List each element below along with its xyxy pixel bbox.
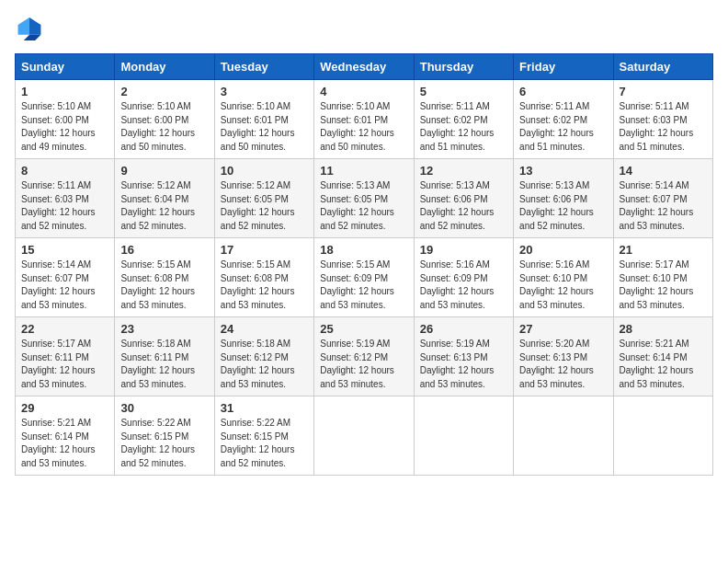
calendar-header-sunday: Sunday: [16, 54, 115, 80]
day-number: 14: [620, 164, 707, 178]
calendar-week-5: 29 Sunrise: 5:21 AMSunset: 6:14 PMDaylig…: [16, 396, 713, 476]
calendar-header-wednesday: Wednesday: [314, 54, 414, 80]
day-info: Sunrise: 5:15 AMSunset: 6:09 PMDaylight:…: [320, 259, 394, 310]
calendar-cell: 24 Sunrise: 5:18 AMSunset: 6:12 PMDaylig…: [214, 317, 313, 396]
day-info: Sunrise: 5:17 AMSunset: 6:11 PMDaylight:…: [21, 339, 96, 389]
day-number: 11: [320, 164, 407, 178]
calendar-cell: 17 Sunrise: 5:15 AMSunset: 6:08 PMDaylig…: [214, 238, 313, 317]
day-info: Sunrise: 5:18 AMSunset: 6:12 PMDaylight:…: [221, 339, 295, 389]
calendar-cell: 12 Sunrise: 5:13 AMSunset: 6:06 PMDaylig…: [414, 159, 513, 238]
day-number: 27: [519, 322, 607, 336]
day-number: 8: [21, 164, 108, 178]
day-info: Sunrise: 5:11 AMSunset: 6:03 PMDaylight:…: [620, 101, 694, 152]
calendar-cell: 3 Sunrise: 5:10 AMSunset: 6:01 PMDayligh…: [214, 80, 313, 159]
day-info: Sunrise: 5:12 AMSunset: 6:05 PMDaylight:…: [221, 180, 295, 231]
page-header: [15, 15, 713, 44]
day-info: Sunrise: 5:10 AMSunset: 6:00 PMDaylight:…: [120, 101, 195, 152]
day-number: 18: [320, 243, 407, 257]
day-number: 15: [21, 243, 108, 257]
day-number: 9: [120, 164, 208, 178]
svg-marker-2: [24, 35, 41, 40]
day-info: Sunrise: 5:19 AMSunset: 6:13 PMDaylight:…: [420, 339, 495, 389]
calendar-cell: 5 Sunrise: 5:11 AMSunset: 6:02 PMDayligh…: [414, 80, 513, 159]
calendar-cell: 28 Sunrise: 5:21 AMSunset: 6:14 PMDaylig…: [613, 317, 712, 396]
calendar-cell: 1 Sunrise: 5:10 AMSunset: 6:00 PMDayligh…: [16, 80, 115, 159]
calendar-cell: 8 Sunrise: 5:11 AMSunset: 6:03 PMDayligh…: [16, 159, 115, 238]
logo: [15, 15, 42, 44]
calendar-cell: 18 Sunrise: 5:15 AMSunset: 6:09 PMDaylig…: [314, 238, 414, 317]
calendar-header-thursday: Thursday: [414, 54, 513, 80]
day-info: Sunrise: 5:16 AMSunset: 6:09 PMDaylight:…: [420, 259, 495, 310]
calendar-cell: 7 Sunrise: 5:11 AMSunset: 6:03 PMDayligh…: [613, 80, 712, 159]
calendar-cell: 30 Sunrise: 5:22 AMSunset: 6:15 PMDaylig…: [115, 396, 214, 476]
day-info: Sunrise: 5:21 AMSunset: 6:14 PMDaylight:…: [21, 418, 96, 468]
calendar-week-1: 1 Sunrise: 5:10 AMSunset: 6:00 PMDayligh…: [16, 80, 713, 159]
day-info: Sunrise: 5:14 AMSunset: 6:07 PMDaylight:…: [21, 259, 96, 310]
day-number: 19: [420, 243, 507, 257]
day-number: 6: [519, 85, 607, 98]
svg-marker-1: [18, 17, 29, 35]
day-info: Sunrise: 5:22 AMSunset: 6:15 PMDaylight:…: [221, 418, 295, 468]
calendar-cell: 6 Sunrise: 5:11 AMSunset: 6:02 PMDayligh…: [514, 80, 613, 159]
day-info: Sunrise: 5:17 AMSunset: 6:10 PMDaylight:…: [620, 259, 694, 310]
calendar-cell: [514, 396, 613, 476]
calendar-header-tuesday: Tuesday: [214, 54, 313, 80]
day-number: 17: [221, 243, 308, 257]
day-number: 13: [519, 164, 607, 178]
calendar-cell: 14 Sunrise: 5:14 AMSunset: 6:07 PMDaylig…: [613, 159, 712, 238]
calendar-header-row: SundayMondayTuesdayWednesdayThursdayFrid…: [16, 54, 713, 80]
calendar-header-saturday: Saturday: [613, 54, 712, 80]
day-info: Sunrise: 5:12 AMSunset: 6:04 PMDaylight:…: [120, 180, 195, 231]
calendar-cell: [314, 396, 414, 476]
day-info: Sunrise: 5:10 AMSunset: 6:01 PMDaylight:…: [320, 101, 394, 152]
calendar-header-friday: Friday: [514, 54, 613, 80]
calendar-week-4: 22 Sunrise: 5:17 AMSunset: 6:11 PMDaylig…: [16, 317, 713, 396]
day-info: Sunrise: 5:15 AMSunset: 6:08 PMDaylight:…: [221, 259, 295, 310]
calendar-cell: 27 Sunrise: 5:20 AMSunset: 6:13 PMDaylig…: [514, 317, 613, 396]
day-info: Sunrise: 5:16 AMSunset: 6:10 PMDaylight:…: [519, 259, 594, 310]
day-info: Sunrise: 5:15 AMSunset: 6:08 PMDaylight:…: [120, 259, 195, 310]
calendar-cell: [414, 396, 513, 476]
calendar-cell: 11 Sunrise: 5:13 AMSunset: 6:05 PMDaylig…: [314, 159, 414, 238]
day-number: 29: [21, 401, 108, 415]
day-info: Sunrise: 5:13 AMSunset: 6:06 PMDaylight:…: [519, 180, 594, 231]
day-number: 20: [519, 243, 607, 257]
calendar-cell: 10 Sunrise: 5:12 AMSunset: 6:05 PMDaylig…: [214, 159, 313, 238]
calendar-cell: 9 Sunrise: 5:12 AMSunset: 6:04 PMDayligh…: [115, 159, 214, 238]
calendar-cell: 4 Sunrise: 5:10 AMSunset: 6:01 PMDayligh…: [314, 80, 414, 159]
day-info: Sunrise: 5:10 AMSunset: 6:00 PMDaylight:…: [21, 101, 96, 152]
calendar-cell: [613, 396, 712, 476]
calendar-cell: 2 Sunrise: 5:10 AMSunset: 6:00 PMDayligh…: [115, 80, 214, 159]
day-info: Sunrise: 5:13 AMSunset: 6:06 PMDaylight:…: [420, 180, 495, 231]
calendar-week-3: 15 Sunrise: 5:14 AMSunset: 6:07 PMDaylig…: [16, 238, 713, 317]
calendar-cell: 26 Sunrise: 5:19 AMSunset: 6:13 PMDaylig…: [414, 317, 513, 396]
calendar-cell: 16 Sunrise: 5:15 AMSunset: 6:08 PMDaylig…: [115, 238, 214, 317]
day-number: 10: [221, 164, 308, 178]
day-number: 23: [120, 322, 208, 336]
day-info: Sunrise: 5:14 AMSunset: 6:07 PMDaylight:…: [620, 180, 694, 231]
day-number: 30: [120, 401, 208, 415]
day-number: 7: [620, 85, 707, 98]
day-info: Sunrise: 5:11 AMSunset: 6:02 PMDaylight:…: [519, 101, 594, 152]
day-info: Sunrise: 5:19 AMSunset: 6:12 PMDaylight:…: [320, 339, 394, 389]
day-number: 28: [620, 322, 707, 336]
day-number: 31: [221, 401, 308, 415]
svg-marker-0: [29, 17, 40, 35]
day-number: 2: [120, 85, 208, 98]
day-number: 5: [420, 85, 507, 98]
day-number: 25: [320, 322, 407, 336]
calendar-cell: 23 Sunrise: 5:18 AMSunset: 6:11 PMDaylig…: [115, 317, 214, 396]
calendar-header-monday: Monday: [115, 54, 214, 80]
calendar-cell: 15 Sunrise: 5:14 AMSunset: 6:07 PMDaylig…: [16, 238, 115, 317]
logo-icon: [17, 15, 42, 40]
calendar-cell: 31 Sunrise: 5:22 AMSunset: 6:15 PMDaylig…: [214, 396, 313, 476]
calendar-cell: 21 Sunrise: 5:17 AMSunset: 6:10 PMDaylig…: [613, 238, 712, 317]
day-number: 16: [120, 243, 208, 257]
calendar-cell: 13 Sunrise: 5:13 AMSunset: 6:06 PMDaylig…: [514, 159, 613, 238]
day-number: 12: [420, 164, 507, 178]
day-number: 24: [221, 322, 308, 336]
calendar-cell: 29 Sunrise: 5:21 AMSunset: 6:14 PMDaylig…: [16, 396, 115, 476]
day-number: 3: [221, 85, 308, 98]
day-info: Sunrise: 5:11 AMSunset: 6:02 PMDaylight:…: [420, 101, 495, 152]
calendar-cell: 22 Sunrise: 5:17 AMSunset: 6:11 PMDaylig…: [16, 317, 115, 396]
